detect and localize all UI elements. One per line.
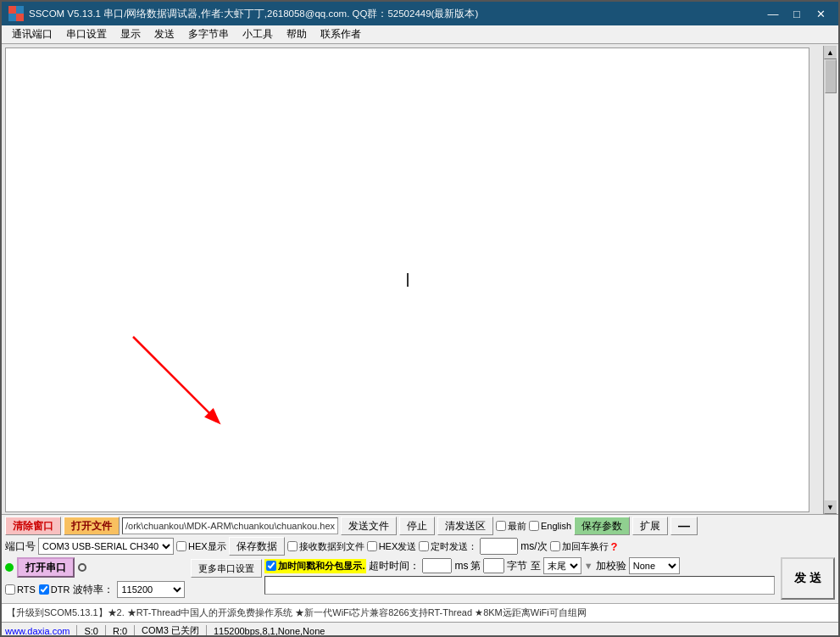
timed-send-checkbox-label[interactable]: 定时发送：	[419, 540, 477, 553]
close-button[interactable]: ✕	[809, 5, 832, 22]
timed-unit-label: ms/次	[520, 539, 547, 554]
output-scrollbar[interactable]: ▲ ▼	[823, 46, 837, 514]
always-top-checkbox[interactable]	[496, 521, 506, 531]
receive-led	[78, 563, 86, 572]
crlf-checkbox-label[interactable]: 加回车换行	[550, 540, 609, 553]
crlf-checkbox[interactable]	[550, 541, 560, 551]
byte-input[interactable]: 1	[483, 558, 504, 573]
send-button[interactable]: 发 送	[781, 557, 835, 600]
toolbar-row2: 端口号 COM3 USB-SERIAL CH340 HEX显示 保存数据 接收数…	[5, 537, 835, 556]
ticker-text: 【升级到SCOM5.13.1】★2. ★RT-Thread中国人的开源免费操作系…	[7, 606, 587, 619]
menu-contact[interactable]: 联系作者	[314, 25, 368, 43]
save-param-button[interactable]: 保存参数	[574, 517, 630, 535]
status-sep-2	[105, 625, 106, 637]
hex-send-checkbox[interactable]	[367, 541, 377, 551]
menu-comport[interactable]: 通讯端口	[5, 25, 59, 43]
checkbox-english[interactable]: English	[529, 521, 571, 531]
text-cursor	[407, 273, 409, 287]
menu-multibyte[interactable]: 多字节串	[181, 25, 236, 43]
app-icon	[8, 6, 24, 21]
svg-rect-3	[16, 14, 24, 21]
timestamp-checkbox-label[interactable]: 加时间戳和分包显示.	[264, 559, 366, 573]
question-icon: ?	[611, 540, 618, 553]
expand-button[interactable]: 扩展	[632, 517, 668, 535]
menu-send[interactable]: 发送	[147, 25, 181, 43]
status-sep-1	[76, 625, 77, 637]
website-link[interactable]: www.daxia.com	[5, 626, 70, 636]
send-input[interactable]: abcdefg	[264, 576, 775, 595]
dtr-checkbox[interactable]	[39, 584, 49, 595]
timeout-input[interactable]: 20	[422, 558, 452, 573]
timed-send-checkbox[interactable]	[419, 541, 429, 551]
dtr-checkbox-label[interactable]: DTR	[39, 584, 70, 595]
minimize-button[interactable]: —	[762, 5, 784, 22]
window-title: SSCOM V5.13.1 串口/网络数据调试器,作者:大虾丁丁,2618058…	[29, 8, 762, 20]
checksum-label: 加校验	[596, 559, 626, 573]
menu-display[interactable]: 显示	[114, 25, 147, 43]
status-bar: www.daxia.com S:0 R:0 COM3 已关闭 115200bps…	[2, 622, 838, 637]
hex-display-checkbox-label[interactable]: HEX显示	[176, 540, 226, 553]
save-data-button[interactable]: 保存数据	[229, 537, 285, 556]
send-count-label: S:0	[84, 626, 98, 636]
app-window: SSCOM V5.13.1 串口/网络数据调试器,作者:大虾丁丁,2618058…	[0, 0, 840, 637]
scrollbar-up-btn[interactable]: ▲	[824, 46, 837, 59]
open-file-button[interactable]: 打开文件	[64, 517, 120, 535]
menu-help[interactable]: 帮助	[280, 25, 314, 43]
stop-button[interactable]: 停止	[399, 517, 435, 535]
toolbar-row3: 打开串口 RTS DTR 波特率：	[5, 557, 835, 600]
timed-interval-input[interactable]: 1000	[480, 538, 518, 555]
port-status-label: COM3 已关闭	[142, 624, 199, 637]
timeout-unit: ms	[454, 560, 468, 572]
hex-send-checkbox-label[interactable]: HEX发送	[367, 540, 417, 553]
timeout-label: 超时时间：	[369, 559, 420, 573]
baud-select[interactable]: 115200	[117, 581, 185, 598]
bottom-controls: 清除窗口 打开文件 /ork\chuankou\MDK-ARM\chuankou…	[2, 514, 838, 603]
collapse-button[interactable]: —	[670, 517, 698, 535]
ticker-bar: 【升级到SCOM5.13.1】★2. ★RT-Thread中国人的开源免费操作系…	[2, 603, 838, 622]
svg-line-5	[133, 337, 218, 422]
byte-prefix-label: 第	[470, 559, 481, 573]
baud-label: 波特率：	[73, 583, 114, 597]
red-arrow	[108, 320, 243, 439]
menu-tools[interactable]: 小工具	[236, 25, 280, 43]
save-to-file-checkbox-label[interactable]: 接收数据到文件	[287, 540, 364, 553]
output-area[interactable]	[5, 47, 809, 512]
port-label: 端口号	[5, 539, 36, 554]
main-area: ▲ ▼ 清除窗口 打开文件 /ork\chuankou\MDK-ARM\chua…	[2, 44, 838, 637]
port-select[interactable]: COM3 USB-SERIAL CH340	[38, 538, 174, 555]
maximize-button[interactable]: □	[786, 5, 808, 22]
rts-checkbox-label[interactable]: RTS	[5, 584, 36, 595]
hex-display-checkbox[interactable]	[176, 541, 186, 551]
window-controls: — □ ✕	[762, 5, 832, 22]
byte-unit-label: 字节 至	[507, 559, 540, 573]
send-file-button[interactable]: 发送文件	[341, 517, 397, 535]
clear-window-button[interactable]: 清除窗口	[5, 517, 61, 535]
svg-rect-0	[8, 6, 16, 14]
status-sep-4	[206, 625, 207, 637]
clear-send-button[interactable]: 清发送区	[437, 517, 493, 535]
end-select[interactable]: 末尾	[543, 557, 581, 574]
title-bar: SSCOM V5.13.1 串口/网络数据调试器,作者:大虾丁丁,2618058…	[2, 2, 838, 25]
timestamp-checkbox[interactable]	[266, 561, 276, 571]
scrollbar-thumb[interactable]	[825, 59, 837, 93]
baud-info-label: 115200bps,8,1,None,None	[214, 626, 325, 636]
svg-rect-1	[16, 6, 24, 14]
toolbar-row1: 清除窗口 打开文件 /ork\chuankou\MDK-ARM\chuankou…	[5, 517, 835, 535]
svg-rect-2	[8, 14, 16, 21]
menu-serialsettings[interactable]: 串口设置	[59, 25, 114, 43]
english-checkbox[interactable]	[529, 521, 539, 531]
open-port-button[interactable]: 打开串口	[17, 557, 75, 578]
checkbox-always-top[interactable]: 最前	[496, 520, 526, 533]
rts-checkbox[interactable]	[5, 584, 15, 595]
save-to-file-checkbox[interactable]	[287, 541, 298, 551]
output-wrapper: ▲ ▼	[3, 46, 837, 514]
menu-bar: 通讯端口 串口设置 显示 发送 多字节串 小工具 帮助 联系作者	[2, 25, 838, 44]
more-settings-button[interactable]: 更多串口设置	[191, 559, 262, 578]
receive-count-label: R:0	[113, 626, 127, 636]
status-sep-3	[134, 625, 135, 637]
checksum-select[interactable]: None	[629, 557, 680, 574]
scrollbar-down-btn[interactable]: ▼	[824, 500, 837, 514]
file-path-display: /ork\chuankou\MDK-ARM\chuankou\chuankou.…	[122, 517, 338, 534]
status-led	[5, 563, 14, 572]
